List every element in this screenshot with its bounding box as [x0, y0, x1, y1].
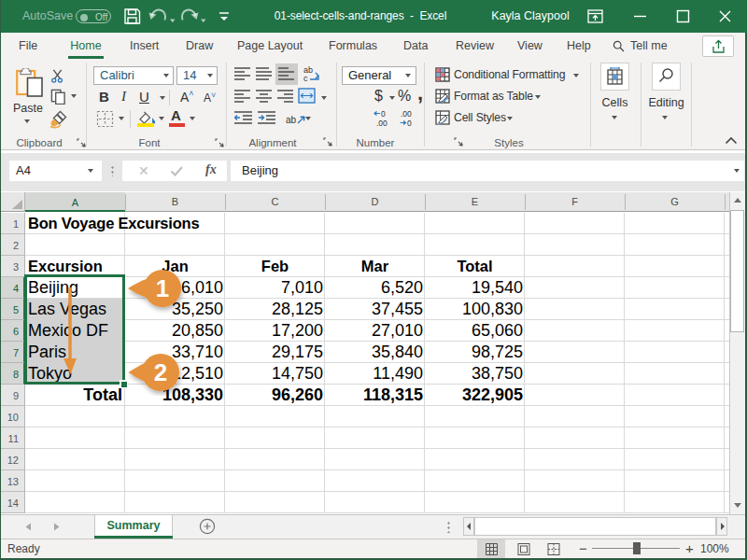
svg-text:0: 0 [381, 109, 386, 119]
svg-text:0: 0 [407, 119, 412, 128]
svg-text:1: 1 [156, 274, 169, 302]
svg-text:.00: .00 [401, 109, 412, 119]
svg-text:.00: .00 [376, 119, 388, 128]
svg-text:2: 2 [154, 358, 167, 386]
svg-text:ab: ab [286, 115, 297, 125]
svg-text:c: c [303, 74, 308, 82]
